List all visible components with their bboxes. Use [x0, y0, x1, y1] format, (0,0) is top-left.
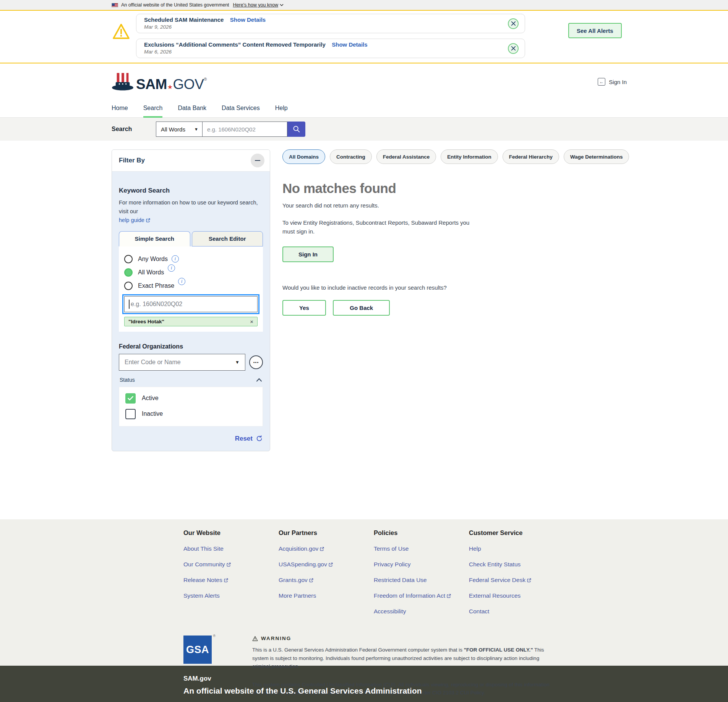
footer-link-label: Freedom of Information Act: [374, 592, 445, 599]
footer-link-acquisition-gov[interactable]: Acquisition.gov: [279, 545, 374, 552]
show-details-link[interactable]: Show Details: [230, 16, 266, 23]
checkbox-active[interactable]: [125, 393, 136, 404]
reset-filters[interactable]: Reset: [119, 435, 263, 443]
domain-filter-pills: All Domains Contracting Federal Assistan…: [282, 149, 665, 164]
external-link-icon: [226, 562, 231, 567]
warning-triangle-icon: [112, 23, 130, 40]
info-icon[interactable]: i: [172, 255, 179, 263]
sign-in-button[interactable]: Sign In: [282, 246, 334, 262]
sam-gov-logo[interactable]: SAM★GOV®: [112, 72, 207, 91]
search-mode-select[interactable]: All Words ▼: [156, 122, 203, 137]
header-sign-in[interactable]: ← Sign In: [598, 78, 627, 86]
show-details-link[interactable]: Show Details: [332, 41, 367, 48]
pill-all-domains[interactable]: All Domains: [282, 149, 325, 164]
gov-banner-text: An official website of the United States…: [121, 2, 229, 8]
info-icon[interactable]: i: [178, 278, 185, 285]
footer-link-label: Privacy Policy: [374, 561, 410, 567]
nav-item-home[interactable]: Home: [112, 100, 128, 118]
radio-label: Exact Phrase: [138, 282, 174, 289]
help-guide-link[interactable]: help guide: [119, 217, 151, 223]
radio-exact-phrase[interactable]: [124, 282, 133, 290]
alert-date: Mar 6, 2026: [144, 49, 502, 55]
footer-link-foia[interactable]: Freedom of Information Act: [374, 592, 469, 599]
main-nav: Home Search Data Bank Data Services Help: [0, 100, 728, 118]
warning-triangle-icon: [252, 636, 258, 641]
footer-link-release-notes[interactable]: Release Notes: [183, 577, 279, 584]
footer-link-privacy-policy[interactable]: Privacy Policy: [374, 561, 469, 568]
footer-link-grants-gov[interactable]: Grants.gov: [279, 577, 374, 584]
how-you-know-link[interactable]: Here's how you know: [233, 2, 284, 8]
alert-close-button[interactable]: [508, 18, 519, 29]
warning-p1-before: This is a U.S. General Services Administ…: [252, 647, 464, 653]
yes-button[interactable]: Yes: [282, 300, 326, 316]
footer-link-external-resources[interactable]: External Resources: [469, 592, 564, 599]
alert-close-button[interactable]: [508, 43, 519, 54]
radio-row-exact-phrase: Exact Phrase i: [124, 282, 258, 290]
logo-star-icon: ★: [167, 84, 173, 90]
nav-item-search[interactable]: Search: [143, 100, 163, 118]
chevron-down-icon: [280, 4, 284, 6]
footer-link-more-partners[interactable]: More Partners: [279, 592, 374, 599]
keyword-search-input[interactable]: [124, 296, 258, 312]
see-all-alerts-button[interactable]: See All Alerts: [568, 23, 622, 38]
footer-col-title: Our Partners: [279, 529, 374, 537]
warning-heading: WARNING: [261, 636, 291, 641]
footer-link-help[interactable]: Help: [469, 545, 564, 552]
chip-text: "Idrees Hotak": [128, 319, 164, 324]
footer-link-label: Release Notes: [183, 577, 222, 583]
close-icon: [511, 46, 516, 51]
footer-link-label: USASpending.gov: [279, 561, 327, 567]
tab-search-editor[interactable]: Search Editor: [192, 231, 263, 246]
footer-link-label: Check Entity Status: [469, 561, 520, 567]
federal-org-select[interactable]: Enter Code or Name ▼: [119, 354, 245, 371]
footer-link-restricted-data-use[interactable]: Restricted Data Use: [374, 577, 469, 584]
keyword-search-heading: Keyword Search: [119, 187, 263, 195]
status-header[interactable]: Status: [119, 377, 263, 383]
global-search-input[interactable]: [203, 122, 287, 137]
footer-link-contact[interactable]: Contact: [469, 608, 564, 615]
footer-link-usaspending-gov[interactable]: USASpending.gov: [279, 561, 374, 568]
alert-list: Scheduled SAM Maintenance Show Details M…: [136, 14, 525, 58]
footer-link-system-alerts[interactable]: System Alerts: [183, 592, 279, 599]
no-matches-title: No matches found: [282, 181, 665, 196]
tab-simple-search[interactable]: Simple Search: [119, 231, 190, 246]
keyword-help-sentence: For more information on how to use our k…: [119, 199, 258, 214]
nav-item-data-services[interactable]: Data Services: [222, 100, 260, 118]
pill-federal-hierarchy[interactable]: Federal Hierarchy: [503, 149, 559, 164]
footer-col-our-partners: Our Partners Acquisition.gov USASpending…: [279, 529, 374, 615]
pill-federal-assistance[interactable]: Federal Assistance: [376, 149, 436, 164]
search-icon: [292, 125, 301, 133]
pill-wage-determinations[interactable]: Wage Determinations: [564, 149, 629, 164]
radio-all-words[interactable]: [124, 268, 133, 277]
footer-link-federal-service-desk[interactable]: Federal Service Desk: [469, 577, 564, 584]
info-icon[interactable]: i: [168, 264, 175, 272]
footer-col-our-website: Our Website About This Site Our Communit…: [183, 529, 279, 615]
nav-item-help[interactable]: Help: [275, 100, 288, 118]
footer-link-label: Restricted Data Use: [374, 577, 427, 583]
status-option-active: Active: [125, 393, 256, 404]
external-link-icon: [446, 593, 451, 598]
gsa-logo-wrap: GSA ®: [183, 636, 212, 697]
search-submit-button[interactable]: [287, 122, 305, 137]
sign-in-label: Sign In: [609, 79, 627, 85]
filter-collapse-button[interactable]: [251, 154, 264, 167]
reset-label: Reset: [235, 435, 253, 443]
go-back-button[interactable]: Go Back: [333, 300, 390, 316]
chip-remove-icon[interactable]: ×: [250, 319, 253, 324]
include-inactive-prompt: Would you like to include inactive recor…: [282, 284, 665, 291]
footer-link-check-entity-status[interactable]: Check Entity Status: [469, 561, 564, 568]
footer-link-accessibility[interactable]: Accessibility: [374, 608, 469, 615]
site-header: SAM★GOV® ← Sign In: [0, 63, 728, 100]
nav-item-data-bank[interactable]: Data Bank: [178, 100, 206, 118]
footer-link-terms-of-use[interactable]: Terms of Use: [374, 545, 469, 552]
alert-title: Scheduled SAM Maintenance: [144, 16, 224, 23]
checkbox-inactive[interactable]: [125, 409, 136, 419]
pill-contracting[interactable]: Contracting: [330, 149, 372, 164]
federal-org-more-button[interactable]: •••: [249, 355, 263, 369]
footer-link-about-this-site[interactable]: About This Site: [183, 545, 279, 552]
keyword-help-text: For more information on how to use our k…: [119, 198, 263, 225]
radio-any-words[interactable]: [124, 255, 133, 263]
footer-link-our-community[interactable]: Our Community: [183, 561, 279, 568]
footer-link-label: Our Community: [183, 561, 225, 567]
pill-entity-information[interactable]: Entity Information: [441, 149, 498, 164]
